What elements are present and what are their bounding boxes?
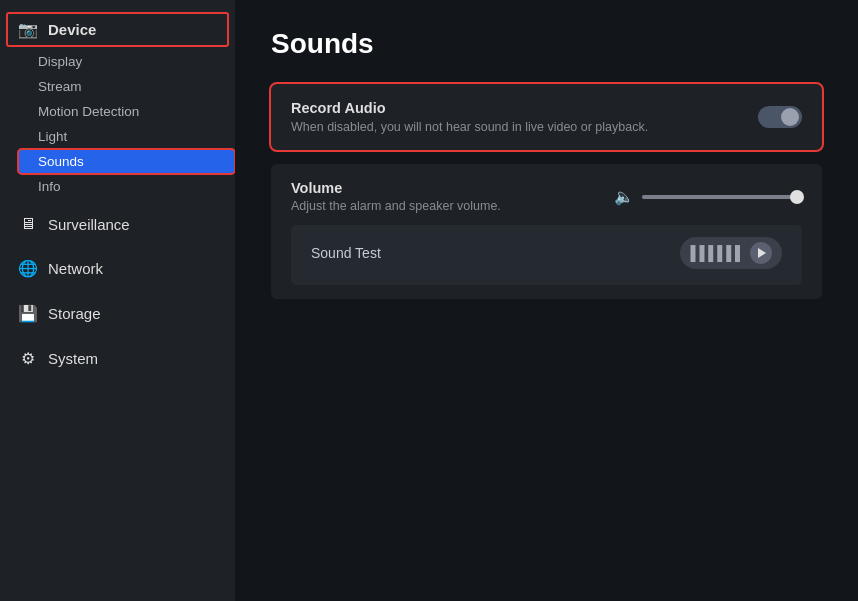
slider-thumb bbox=[790, 190, 804, 204]
network-icon: 🌐 bbox=[18, 259, 38, 278]
record-audio-row: Record Audio When disabled, you will not… bbox=[271, 84, 822, 150]
storage-icon: 💾 bbox=[18, 304, 38, 323]
sidebar-section-system: ⚙ System bbox=[0, 339, 235, 378]
sound-test-row: Sound Test ▌▌▌▌▌▌ bbox=[291, 225, 802, 285]
record-audio-card: Record Audio When disabled, you will not… bbox=[271, 84, 822, 150]
camera-icon: 📷 bbox=[18, 20, 38, 39]
volume-title: Volume bbox=[291, 180, 501, 196]
sidebar-item-display[interactable]: Display bbox=[18, 49, 235, 74]
record-audio-title: Record Audio bbox=[291, 100, 648, 116]
volume-info: Volume Adjust the alarm and speaker volu… bbox=[291, 180, 501, 213]
sidebar-item-motion-detection[interactable]: Motion Detection bbox=[18, 99, 235, 124]
sidebar-item-system[interactable]: ⚙ System bbox=[0, 339, 235, 378]
sound-test-controls: ▌▌▌▌▌▌ bbox=[680, 237, 782, 269]
record-audio-info: Record Audio When disabled, you will not… bbox=[291, 100, 648, 134]
sound-test-label: Sound Test bbox=[311, 245, 381, 261]
sidebar: 📷 Device Display Stream Motion Detection… bbox=[0, 0, 235, 601]
volume-icon: 🔈 bbox=[614, 187, 634, 206]
sidebar-item-network[interactable]: 🌐 Network bbox=[0, 249, 235, 288]
page-title: Sounds bbox=[271, 28, 822, 60]
sound-test-play-button[interactable] bbox=[750, 242, 772, 264]
sidebar-device-label: Device bbox=[48, 21, 96, 38]
record-audio-toggle[interactable] bbox=[758, 106, 802, 128]
system-icon: ⚙ bbox=[18, 349, 38, 368]
toggle-knob bbox=[781, 108, 799, 126]
sidebar-section-surveillance: 🖥 Surveillance bbox=[0, 205, 235, 243]
play-triangle-icon bbox=[758, 248, 766, 258]
volume-control: 🔈 bbox=[614, 187, 802, 206]
sidebar-surveillance-label: Surveillance bbox=[48, 216, 130, 233]
sidebar-item-device[interactable]: 📷 Device bbox=[6, 12, 229, 47]
sidebar-section-device: 📷 Device Display Stream Motion Detection… bbox=[0, 10, 235, 199]
sidebar-item-stream[interactable]: Stream bbox=[18, 74, 235, 99]
sidebar-item-light[interactable]: Light bbox=[18, 124, 235, 149]
sidebar-device-sub-items: Display Stream Motion Detection Light So… bbox=[0, 49, 235, 199]
sidebar-item-sounds[interactable]: Sounds bbox=[18, 149, 235, 174]
slider-fill bbox=[642, 195, 802, 199]
sidebar-storage-label: Storage bbox=[48, 305, 101, 322]
main-content: Sounds Record Audio When disabled, you w… bbox=[235, 0, 858, 601]
surveillance-icon: 🖥 bbox=[18, 215, 38, 233]
volume-slider[interactable] bbox=[642, 195, 802, 199]
sidebar-section-storage: 💾 Storage bbox=[0, 294, 235, 333]
volume-desc: Adjust the alarm and speaker volume. bbox=[291, 199, 501, 213]
sidebar-item-storage[interactable]: 💾 Storage bbox=[0, 294, 235, 333]
sidebar-item-surveillance[interactable]: 🖥 Surveillance bbox=[0, 205, 235, 243]
sidebar-section-network: 🌐 Network bbox=[0, 249, 235, 288]
sidebar-system-label: System bbox=[48, 350, 98, 367]
sidebar-item-info[interactable]: Info bbox=[18, 174, 235, 199]
volume-row: Volume Adjust the alarm and speaker volu… bbox=[271, 164, 822, 221]
record-audio-desc: When disabled, you will not hear sound i… bbox=[291, 120, 648, 134]
waveform-icon: ▌▌▌▌▌▌ bbox=[690, 245, 744, 261]
volume-card: Volume Adjust the alarm and speaker volu… bbox=[271, 164, 822, 299]
sidebar-network-label: Network bbox=[48, 260, 103, 277]
